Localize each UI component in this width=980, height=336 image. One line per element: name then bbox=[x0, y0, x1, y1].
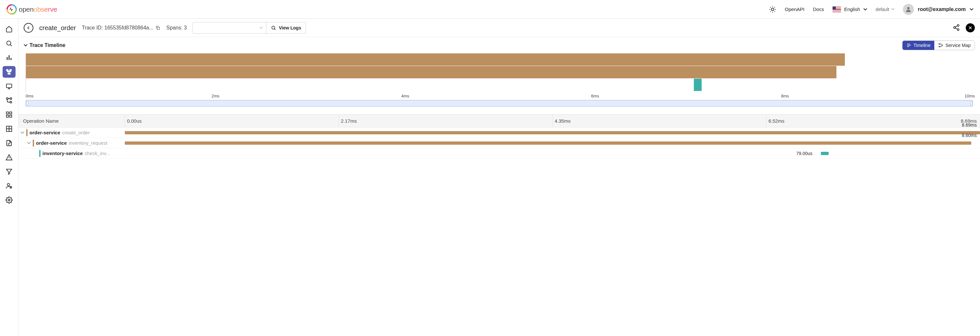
svg-point-12 bbox=[10, 98, 12, 100]
svg-rect-4 bbox=[9, 55, 10, 60]
span-operation: create_order bbox=[62, 130, 90, 135]
sidebar-search[interactable] bbox=[3, 38, 16, 49]
svg-rect-16 bbox=[10, 115, 12, 117]
org-label: default bbox=[876, 7, 889, 12]
overview-span-bar[interactable] bbox=[26, 66, 837, 78]
timeline-tick: 4.35ms bbox=[552, 114, 571, 127]
svg-rect-21 bbox=[157, 27, 159, 29]
span-service: order-service bbox=[30, 130, 60, 135]
brand-logo[interactable]: openobserve bbox=[6, 4, 57, 14]
sidebar-home[interactable] bbox=[3, 23, 16, 35]
view-logs-button[interactable]: View Logs bbox=[266, 22, 306, 34]
span-operation: check_inv... bbox=[84, 151, 110, 156]
svg-point-0 bbox=[771, 8, 774, 11]
logo-icon bbox=[6, 4, 17, 14]
close-button[interactable] bbox=[966, 23, 975, 32]
docs-link[interactable]: Docs bbox=[813, 6, 824, 12]
trace-id: Trace ID: 165535fd8780864a... bbox=[82, 25, 161, 31]
span-service: inventory-service bbox=[43, 151, 83, 156]
sidebar-funnels[interactable] bbox=[3, 166, 16, 178]
span-row[interactable]: inventory-servicecheck_inv...79.00us bbox=[19, 148, 980, 158]
svg-rect-9 bbox=[6, 84, 12, 88]
span-duration-bar[interactable] bbox=[125, 141, 971, 145]
svg-point-18 bbox=[8, 184, 10, 186]
timeline-tick: 6.52ms bbox=[766, 114, 784, 127]
timeline-toggle[interactable]: Trace Timeline bbox=[24, 43, 65, 48]
operation-name: create_order bbox=[39, 24, 76, 32]
openapi-link[interactable]: OpenAPI bbox=[785, 6, 805, 12]
sidebar-dashboards[interactable] bbox=[3, 109, 16, 120]
overview-span-bar[interactable] bbox=[694, 79, 701, 91]
axis-tick: 6ms bbox=[591, 94, 599, 98]
sidebar-alerts[interactable] bbox=[3, 152, 16, 163]
span-duration-bar[interactable] bbox=[125, 131, 980, 134]
overview-chart: 0ms 2ms 4ms 6ms 8ms 10ms bbox=[19, 54, 980, 106]
org-selector[interactable]: default bbox=[876, 7, 894, 12]
spans-count: Spans: 3 bbox=[166, 25, 187, 31]
svg-rect-14 bbox=[10, 112, 12, 114]
span-filter-select[interactable] bbox=[192, 22, 266, 34]
language-selector[interactable]: English bbox=[832, 6, 867, 12]
svg-rect-13 bbox=[6, 112, 8, 114]
svg-point-22 bbox=[272, 26, 275, 29]
trace-toolbar: create_order Trace ID: 165535fd8780864a.… bbox=[19, 19, 980, 37]
sidebar-rum[interactable] bbox=[3, 80, 16, 92]
brush-handle-left[interactable] bbox=[26, 101, 28, 106]
flag-icon bbox=[832, 6, 841, 12]
svg-point-24 bbox=[954, 27, 956, 29]
sidebar-traces[interactable] bbox=[3, 66, 16, 78]
theme-toggle-icon[interactable] bbox=[769, 5, 776, 13]
svg-point-23 bbox=[957, 24, 959, 26]
axis-tick: 0ms bbox=[25, 94, 34, 98]
sidebar-metrics[interactable] bbox=[3, 52, 16, 63]
svg-point-25 bbox=[957, 29, 959, 30]
span-service: order-service bbox=[36, 140, 67, 146]
share-button[interactable] bbox=[953, 24, 960, 32]
view-toggle: Timeline Service Map bbox=[902, 40, 975, 50]
app-header: openobserve OpenAPI Docs English default… bbox=[0, 0, 980, 19]
axis-tick: 4ms bbox=[401, 94, 409, 98]
span-row[interactable]: order-serviceinventory_request8.60ms bbox=[19, 138, 980, 148]
copy-icon[interactable] bbox=[155, 25, 161, 30]
overview-axis: 0ms 2ms 4ms 6ms 8ms 10ms bbox=[25, 94, 975, 99]
axis-tick: 2ms bbox=[212, 94, 220, 98]
svg-point-11 bbox=[10, 101, 12, 103]
sidebar-tables[interactable] bbox=[3, 123, 16, 135]
span-table: Operation Name 0.00us 2.17ms 4.35ms 6.52… bbox=[19, 114, 980, 158]
svg-rect-15 bbox=[6, 115, 8, 117]
span-color-indicator bbox=[33, 139, 34, 147]
axis-tick: 8ms bbox=[781, 94, 789, 98]
chevron-down-icon bbox=[863, 8, 867, 11]
back-button[interactable] bbox=[24, 23, 33, 33]
brand-observe: observe bbox=[34, 5, 57, 13]
svg-point-2 bbox=[7, 41, 11, 45]
chevron-down-icon bbox=[970, 8, 974, 11]
chevron-down-icon[interactable] bbox=[21, 131, 24, 135]
svg-point-10 bbox=[6, 98, 8, 100]
sidebar-reports[interactable] bbox=[3, 137, 16, 149]
span-duration-bar[interactable] bbox=[821, 152, 829, 155]
timeline-icon bbox=[907, 43, 912, 48]
span-color-indicator bbox=[26, 129, 27, 136]
chevron-down-icon bbox=[24, 44, 27, 47]
span-color-indicator bbox=[39, 150, 40, 157]
chevron-down-icon[interactable] bbox=[27, 141, 31, 145]
servicemap-view-button[interactable]: Service Map bbox=[934, 41, 975, 50]
svg-rect-5 bbox=[11, 58, 12, 60]
timeline-view-button[interactable]: Timeline bbox=[902, 41, 934, 50]
svg-point-27 bbox=[939, 46, 940, 47]
sidebar-iam[interactable] bbox=[3, 180, 16, 192]
brush-handle-right[interactable] bbox=[970, 101, 972, 106]
span-duration-label: 79.00us bbox=[796, 151, 813, 156]
time-brush[interactable] bbox=[25, 100, 973, 106]
sidebar-pipelines[interactable] bbox=[3, 95, 16, 106]
svg-point-28 bbox=[942, 45, 943, 46]
svg-point-19 bbox=[10, 187, 12, 188]
overview-span-bar[interactable] bbox=[26, 54, 845, 66]
chevron-down-icon bbox=[259, 27, 263, 29]
svg-rect-3 bbox=[7, 57, 8, 60]
svg-rect-7 bbox=[10, 70, 12, 71]
sidebar-settings[interactable] bbox=[3, 194, 16, 206]
user-menu[interactable]: root@example.com bbox=[903, 4, 974, 15]
span-row[interactable]: order-servicecreate_order8.69ms bbox=[19, 128, 980, 138]
